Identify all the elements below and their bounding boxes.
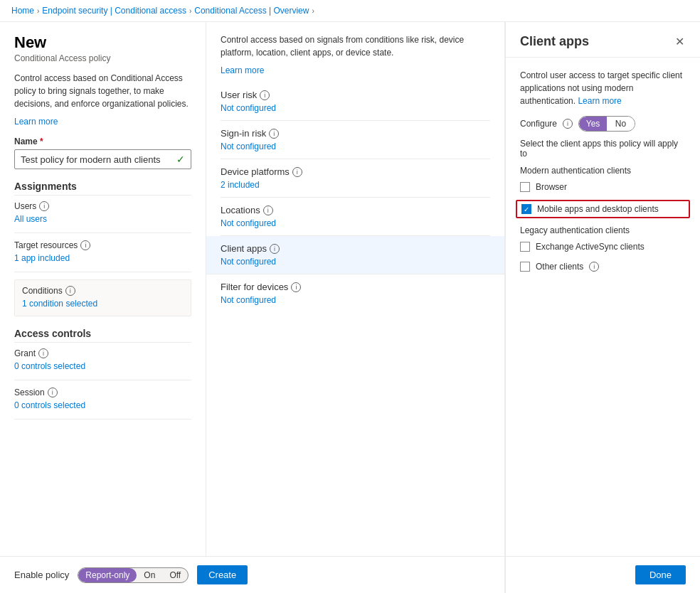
browser-row: Browser [520, 180, 686, 194]
mobile-desktop-label: Mobile apps and desktop clients [537, 204, 659, 214]
toggle-yes[interactable]: Yes [579, 117, 607, 131]
user-risk-label: User risk [221, 90, 257, 100]
users-label: Users [14, 201, 36, 211]
other-clients-checkbox[interactable] [520, 262, 530, 272]
filter-devices-item: Filter for devices i Not configured [221, 274, 490, 312]
device-platforms-info-icon[interactable]: i [292, 167, 302, 177]
breadcrumb-home[interactable]: Home [11, 6, 34, 16]
other-clients-row: Other clients i [520, 260, 686, 274]
other-clients-label: Other clients [536, 262, 583, 272]
conditions-section: Conditions i 1 condition selected [14, 279, 191, 316]
name-label: Name * [14, 137, 191, 146]
users-info-icon[interactable]: i [39, 201, 49, 211]
filter-devices-info-icon[interactable]: i [291, 282, 301, 292]
panel-footer: Done [506, 556, 700, 593]
mobile-desktop-row: Mobile apps and desktop clients [516, 200, 690, 218]
breadcrumb-endpoint[interactable]: Endpoint security | Conditional access [42, 6, 186, 16]
create-button[interactable]: Create [197, 565, 248, 584]
learn-more-link[interactable]: Learn more [14, 117, 58, 127]
toggle-report-only[interactable]: Report-only [78, 568, 137, 582]
client-apps-value[interactable]: Not configured [221, 257, 490, 267]
chevron-icon-2: › [189, 7, 191, 15]
exchange-label: Exchange ActiveSync clients [536, 242, 645, 252]
locations-value[interactable]: Not configured [221, 218, 490, 228]
conditions-label: Conditions [22, 286, 63, 296]
locations-info-icon[interactable]: i [263, 205, 273, 215]
apply-text: Select the client apps this policy will … [520, 139, 686, 159]
chevron-icon: › [37, 7, 39, 15]
chevron-icon-3: › [312, 7, 314, 15]
left-panel: New Conditional Access policy Control ac… [0, 22, 505, 593]
client-apps-item[interactable]: Client apps i Not configured [206, 236, 504, 274]
other-clients-info-icon[interactable]: i [589, 262, 599, 272]
right-col-learn-more[interactable]: Learn more [221, 65, 264, 75]
target-resources-row: Target resources i 1 app included [14, 240, 191, 265]
divider-2 [14, 272, 191, 272]
access-controls-title: Access controls [14, 328, 191, 343]
toggle-off[interactable]: Off [162, 568, 188, 582]
policy-toggle-group[interactable]: Report-only On Off [78, 567, 189, 583]
panel-learn-more[interactable]: Learn more [578, 96, 621, 106]
breadcrumb: Home › Endpoint security | Conditional a… [0, 0, 700, 22]
user-risk-value[interactable]: Not configured [221, 103, 490, 113]
left-column: New Conditional Access policy Control ac… [0, 22, 206, 556]
page-description: Control access based on Conditional Acce… [14, 72, 191, 110]
conditions-info-icon[interactable]: i [65, 286, 75, 296]
signin-risk-label: Sign-in risk [221, 128, 266, 139]
mobile-desktop-checkbox[interactable] [521, 204, 531, 214]
assignments-title: Assignments [14, 181, 191, 196]
users-row: Users i All users [14, 201, 191, 225]
signin-risk-info-icon[interactable]: i [269, 129, 279, 139]
browser-label: Browser [536, 182, 567, 192]
panel-description: Control user access to target specific c… [520, 69, 686, 107]
name-input-value: Test policy for modern auth clients [21, 154, 161, 165]
session-row: Session i 0 controls selected [14, 388, 191, 412]
required-star: * [40, 137, 43, 146]
grant-label: Grant [14, 348, 36, 358]
configure-label: Configure [520, 119, 557, 129]
name-input[interactable]: Test policy for modern auth clients ✓ [14, 149, 191, 169]
grant-info-icon[interactable]: i [38, 348, 48, 358]
exchange-checkbox[interactable] [520, 242, 530, 252]
users-value[interactable]: All users [14, 213, 191, 225]
device-platforms-value[interactable]: 2 included [221, 180, 490, 190]
checkmark-icon: ✓ [176, 154, 185, 165]
conditions-value[interactable]: 1 condition selected [22, 297, 184, 310]
toggle-no[interactable]: No [607, 117, 635, 131]
close-button[interactable]: ✕ [674, 33, 686, 50]
footer-bar: Enable policy Report-only On Off Create [0, 556, 504, 593]
client-apps-panel: Client apps ✕ Control user access to tar… [505, 22, 700, 593]
session-info-icon[interactable]: i [48, 388, 58, 397]
filter-devices-label: Filter for devices [221, 282, 288, 292]
modern-auth-label: Modern authentication clients [520, 166, 686, 176]
filter-devices-value[interactable]: Not configured [221, 295, 490, 305]
toggle-on[interactable]: On [137, 568, 162, 582]
right-col-description: Control access based on signals from con… [221, 33, 490, 59]
done-button[interactable]: Done [635, 565, 686, 584]
panel-body: Control user access to target specific c… [506, 58, 700, 556]
session-value[interactable]: 0 controls selected [14, 399, 191, 412]
target-info-icon[interactable]: i [80, 240, 90, 250]
client-apps-label: Client apps [221, 243, 267, 254]
locations-label: Locations [221, 205, 260, 215]
grant-row: Grant i 0 controls selected [14, 348, 191, 373]
browser-checkbox[interactable] [520, 182, 530, 192]
divider-4 [14, 419, 191, 420]
divider-3 [14, 380, 191, 380]
panel-title: Client apps [520, 34, 589, 49]
exchange-row: Exchange ActiveSync clients [520, 240, 686, 254]
grant-value[interactable]: 0 controls selected [14, 360, 191, 373]
user-risk-info-icon[interactable]: i [260, 90, 270, 100]
locations-item: Locations i Not configured [221, 198, 490, 236]
client-apps-info-icon[interactable]: i [270, 244, 280, 254]
target-resources-value[interactable]: 1 app included [14, 252, 191, 265]
configure-toggle[interactable]: Yes No [578, 116, 635, 132]
page-title: New [14, 33, 191, 52]
legacy-auth-label: Legacy authentication clients [520, 225, 686, 235]
panel-header: Client apps ✕ [506, 22, 700, 58]
signin-risk-value[interactable]: Not configured [221, 141, 490, 151]
target-resources-label: Target resources [14, 240, 78, 250]
page-subtitle: Conditional Access policy [14, 53, 191, 63]
breadcrumb-conditional[interactable]: Conditional Access | Overview [194, 6, 309, 16]
configure-info-icon[interactable]: i [563, 119, 573, 129]
